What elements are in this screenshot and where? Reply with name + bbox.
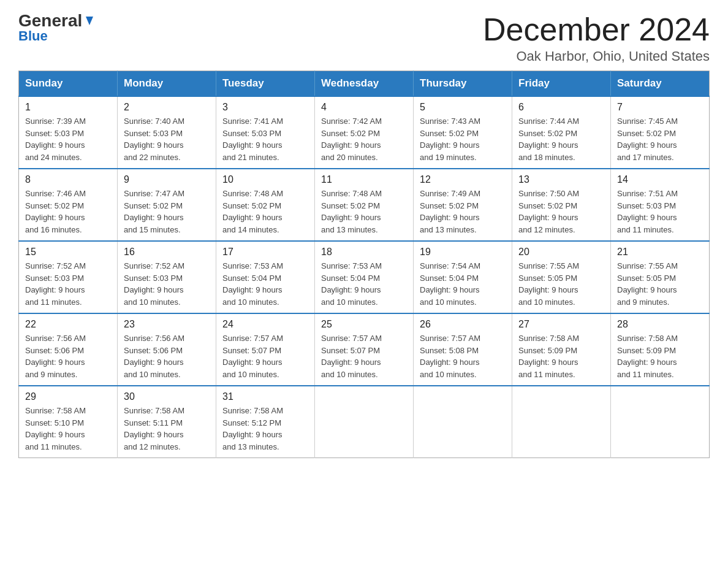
page-header: General Blue December 2024 Oak Harbor, O…: [18, 12, 710, 64]
calendar-cell: 3Sunrise: 7:41 AMSunset: 5:03 PMDaylight…: [216, 96, 315, 169]
day-number: 27: [518, 319, 604, 330]
day-number: 18: [321, 247, 407, 258]
day-info: Sunrise: 7:51 AMSunset: 5:03 PMDaylight:…: [617, 188, 703, 236]
day-number: 31: [222, 391, 308, 402]
day-info: Sunrise: 7:52 AMSunset: 5:03 PMDaylight:…: [25, 260, 111, 308]
day-number: 15: [25, 247, 111, 258]
calendar-cell: 9Sunrise: 7:47 AMSunset: 5:02 PMDaylight…: [118, 169, 216, 241]
calendar-table: SundayMondayTuesdayWednesdayThursdayFrid…: [18, 71, 710, 458]
day-info: Sunrise: 7:48 AMSunset: 5:02 PMDaylight:…: [321, 188, 407, 236]
day-info: Sunrise: 7:42 AMSunset: 5:02 PMDaylight:…: [321, 115, 407, 163]
calendar-cell: [315, 386, 414, 458]
day-info: Sunrise: 7:57 AMSunset: 5:08 PMDaylight:…: [420, 332, 506, 380]
calendar-week-row: 8Sunrise: 7:46 AMSunset: 5:02 PMDaylight…: [19, 169, 710, 241]
day-info: Sunrise: 7:40 AMSunset: 5:03 PMDaylight:…: [124, 115, 210, 163]
day-number: 21: [617, 247, 703, 258]
day-info: Sunrise: 7:58 AMSunset: 5:09 PMDaylight:…: [617, 332, 703, 380]
day-number: 12: [420, 174, 506, 185]
month-title: December 2024: [483, 12, 710, 47]
day-info: Sunrise: 7:52 AMSunset: 5:03 PMDaylight:…: [124, 260, 210, 308]
calendar-cell: 29Sunrise: 7:58 AMSunset: 5:10 PMDayligh…: [19, 386, 118, 458]
day-number: 3: [222, 102, 308, 113]
title-block: December 2024 Oak Harbor, Ohio, United S…: [483, 12, 710, 64]
calendar-cell: 18Sunrise: 7:53 AMSunset: 5:04 PMDayligh…: [315, 241, 414, 313]
day-number: 2: [124, 102, 210, 113]
calendar-cell: 24Sunrise: 7:57 AMSunset: 5:07 PMDayligh…: [216, 313, 315, 386]
calendar-cell: 14Sunrise: 7:51 AMSunset: 5:03 PMDayligh…: [611, 169, 710, 241]
day-number: 30: [124, 391, 210, 402]
calendar-cell: 26Sunrise: 7:57 AMSunset: 5:08 PMDayligh…: [414, 313, 512, 386]
day-info: Sunrise: 7:56 AMSunset: 5:06 PMDaylight:…: [124, 332, 210, 380]
day-number: 25: [321, 319, 407, 330]
day-info: Sunrise: 7:58 AMSunset: 5:09 PMDaylight:…: [518, 332, 604, 380]
day-info: Sunrise: 7:55 AMSunset: 5:05 PMDaylight:…: [617, 260, 703, 308]
calendar-cell: 6Sunrise: 7:44 AMSunset: 5:02 PMDaylight…: [512, 96, 611, 169]
calendar-cell: 21Sunrise: 7:55 AMSunset: 5:05 PMDayligh…: [611, 241, 710, 313]
calendar-cell: 27Sunrise: 7:58 AMSunset: 5:09 PMDayligh…: [512, 313, 611, 386]
day-info: Sunrise: 7:50 AMSunset: 5:02 PMDaylight:…: [518, 188, 604, 236]
day-info: Sunrise: 7:53 AMSunset: 5:04 PMDaylight:…: [321, 260, 407, 308]
day-info: Sunrise: 7:45 AMSunset: 5:02 PMDaylight:…: [617, 115, 703, 163]
weekday-header-sunday: Sunday: [19, 71, 118, 97]
calendar-cell: [512, 386, 611, 458]
weekday-header-saturday: Saturday: [611, 71, 710, 97]
day-info: Sunrise: 7:53 AMSunset: 5:04 PMDaylight:…: [222, 260, 308, 308]
day-info: Sunrise: 7:39 AMSunset: 5:03 PMDaylight:…: [25, 115, 111, 163]
calendar-cell: 31Sunrise: 7:58 AMSunset: 5:12 PMDayligh…: [216, 386, 315, 458]
calendar-cell: 19Sunrise: 7:54 AMSunset: 5:04 PMDayligh…: [414, 241, 512, 313]
weekday-header-row: SundayMondayTuesdayWednesdayThursdayFrid…: [19, 71, 710, 97]
day-number: 5: [420, 102, 506, 113]
day-info: Sunrise: 7:55 AMSunset: 5:05 PMDaylight:…: [518, 260, 604, 308]
day-info: Sunrise: 7:43 AMSunset: 5:02 PMDaylight:…: [420, 115, 506, 163]
calendar-cell: 12Sunrise: 7:49 AMSunset: 5:02 PMDayligh…: [414, 169, 512, 241]
day-number: 24: [222, 319, 308, 330]
day-info: Sunrise: 7:57 AMSunset: 5:07 PMDaylight:…: [321, 332, 407, 380]
day-info: Sunrise: 7:48 AMSunset: 5:02 PMDaylight:…: [222, 188, 308, 236]
calendar-cell: [414, 386, 512, 458]
day-info: Sunrise: 7:46 AMSunset: 5:02 PMDaylight:…: [25, 188, 111, 236]
day-info: Sunrise: 7:54 AMSunset: 5:04 PMDaylight:…: [420, 260, 506, 308]
day-info: Sunrise: 7:41 AMSunset: 5:03 PMDaylight:…: [222, 115, 308, 163]
calendar-week-row: 15Sunrise: 7:52 AMSunset: 5:03 PMDayligh…: [19, 241, 710, 313]
logo-arrow-icon: [82, 14, 96, 28]
calendar-cell: 5Sunrise: 7:43 AMSunset: 5:02 PMDaylight…: [414, 96, 512, 169]
day-number: 26: [420, 319, 506, 330]
svg-marker-0: [86, 17, 93, 25]
day-number: 14: [617, 174, 703, 185]
day-info: Sunrise: 7:58 AMSunset: 5:12 PMDaylight:…: [222, 405, 308, 453]
day-info: Sunrise: 7:47 AMSunset: 5:02 PMDaylight:…: [124, 188, 210, 236]
calendar-cell: 2Sunrise: 7:40 AMSunset: 5:03 PMDaylight…: [118, 96, 216, 169]
calendar-cell: 7Sunrise: 7:45 AMSunset: 5:02 PMDaylight…: [611, 96, 710, 169]
calendar-cell: 28Sunrise: 7:58 AMSunset: 5:09 PMDayligh…: [611, 313, 710, 386]
day-info: Sunrise: 7:56 AMSunset: 5:06 PMDaylight:…: [25, 332, 111, 380]
calendar-cell: 8Sunrise: 7:46 AMSunset: 5:02 PMDaylight…: [19, 169, 118, 241]
day-info: Sunrise: 7:49 AMSunset: 5:02 PMDaylight:…: [420, 188, 506, 236]
calendar-cell: 15Sunrise: 7:52 AMSunset: 5:03 PMDayligh…: [19, 241, 118, 313]
day-number: 28: [617, 319, 703, 330]
day-info: Sunrise: 7:57 AMSunset: 5:07 PMDaylight:…: [222, 332, 308, 380]
day-number: 23: [124, 319, 210, 330]
calendar-cell: 4Sunrise: 7:42 AMSunset: 5:02 PMDaylight…: [315, 96, 414, 169]
weekday-header-wednesday: Wednesday: [315, 71, 414, 97]
calendar-cell: 17Sunrise: 7:53 AMSunset: 5:04 PMDayligh…: [216, 241, 315, 313]
calendar-cell: 22Sunrise: 7:56 AMSunset: 5:06 PMDayligh…: [19, 313, 118, 386]
calendar-cell: 16Sunrise: 7:52 AMSunset: 5:03 PMDayligh…: [118, 241, 216, 313]
day-number: 4: [321, 102, 407, 113]
day-number: 29: [25, 391, 111, 402]
logo-text-general: General: [18, 12, 82, 29]
day-info: Sunrise: 7:58 AMSunset: 5:11 PMDaylight:…: [124, 405, 210, 453]
logo: General Blue: [18, 12, 96, 44]
weekday-header-tuesday: Tuesday: [216, 71, 315, 97]
day-number: 13: [518, 174, 604, 185]
day-number: 10: [222, 174, 308, 185]
day-number: 9: [124, 174, 210, 185]
weekday-header-monday: Monday: [118, 71, 216, 97]
calendar-week-row: 1Sunrise: 7:39 AMSunset: 5:03 PMDaylight…: [19, 96, 710, 169]
calendar-cell: 11Sunrise: 7:48 AMSunset: 5:02 PMDayligh…: [315, 169, 414, 241]
day-number: 16: [124, 247, 210, 258]
day-number: 1: [25, 102, 111, 113]
weekday-header-thursday: Thursday: [414, 71, 512, 97]
location-subtitle: Oak Harbor, Ohio, United States: [483, 48, 710, 64]
day-number: 20: [518, 247, 604, 258]
day-info: Sunrise: 7:44 AMSunset: 5:02 PMDaylight:…: [518, 115, 604, 163]
